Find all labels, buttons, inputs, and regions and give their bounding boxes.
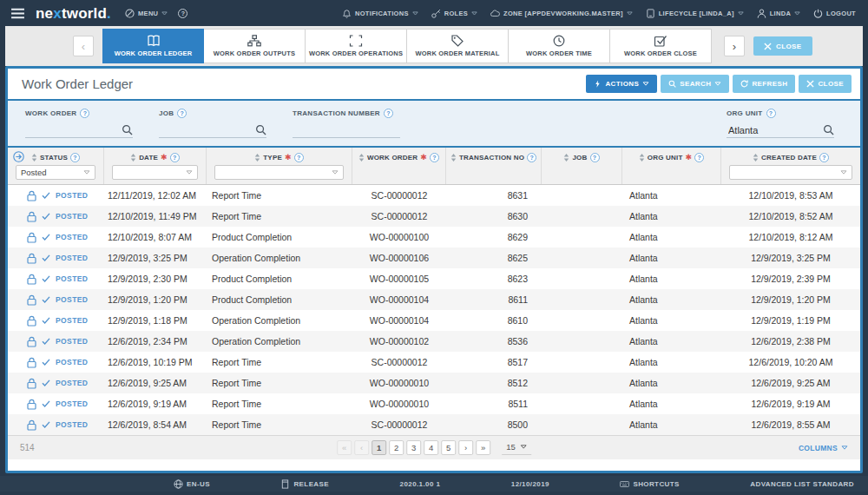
actions-button[interactable]: ACTIONS: [586, 75, 657, 93]
type-filter-dropdown[interactable]: [214, 165, 344, 180]
statusbar-item-release[interactable]: RELEASE: [280, 479, 329, 489]
sort-icon[interactable]: [31, 154, 37, 162]
help-icon[interactable]: ?: [294, 153, 304, 162]
search-icon[interactable]: [122, 124, 133, 135]
table-row[interactable]: POSTED12/6/2019, 8:54 AMReport TimeSC-00…: [8, 414, 860, 435]
column-label[interactable]: TRANSACTION NO: [459, 154, 524, 162]
table-row[interactable]: POSTED12/9/2019, 1:18 PMOperation Comple…: [8, 310, 860, 331]
page-button-5[interactable]: 5: [441, 440, 456, 455]
status-cell: POSTED: [8, 211, 104, 222]
column-label[interactable]: TYPE: [263, 154, 282, 162]
status-filter-dropdown[interactable]: Posted: [16, 165, 95, 180]
help-icon[interactable]: ?: [766, 109, 776, 118]
org-unit-input[interactable]: [727, 125, 823, 137]
expand-all-icon[interactable]: [13, 151, 24, 162]
first-page-button[interactable]: «: [337, 440, 352, 455]
page-button-2[interactable]: 2: [389, 440, 404, 455]
tab-work-order-close[interactable]: WORK ORDER CLOSE: [610, 29, 712, 63]
tab-work-order-material[interactable]: WORK ORDER MATERIAL: [407, 29, 509, 63]
previous-page-button[interactable]: ‹: [354, 440, 369, 455]
column-header-type: TYPE✱?: [207, 148, 352, 184]
refresh-button[interactable]: REFRESH: [733, 75, 795, 93]
help-icon[interactable]: ?: [590, 153, 600, 162]
table-row[interactable]: POSTED12/10/2019, 11:49 PMReport TimeSC-…: [8, 206, 860, 227]
sort-icon[interactable]: [563, 154, 569, 162]
help-icon[interactable]: ?: [80, 109, 89, 118]
table-row[interactable]: POSTED12/9/2019, 2:30 PMProduct Completi…: [8, 268, 860, 289]
table-row[interactable]: POSTED12/6/2019, 9:25 AMReport TimeWO-00…: [8, 373, 860, 393]
topbar-item-lifecycle-linda-a[interactable]: LIFECYCLE [LINDA_A]: [646, 9, 744, 18]
page-button-4[interactable]: 4: [424, 440, 438, 455]
help-icon[interactable]: ?: [70, 153, 80, 162]
statusbar-item-label: EN-US: [187, 480, 210, 488]
tab-work-order-outputs[interactable]: WORK ORDER OUTPUTS: [204, 29, 306, 63]
column-label[interactable]: DATE: [139, 154, 158, 162]
help-icon[interactable]: ?: [170, 153, 180, 162]
help-icon[interactable]: ?: [178, 9, 187, 18]
table-row[interactable]: POSTED12/10/2019, 8:07 AMProduct Complet…: [8, 227, 860, 248]
help-icon[interactable]: ?: [819, 153, 829, 162]
table-row[interactable]: POSTED12/11/2019, 12:02 AMReport TimeSC-…: [8, 185, 860, 206]
page-button-1[interactable]: 1: [372, 440, 386, 455]
help-icon[interactable]: ?: [694, 153, 704, 162]
transaction-number-input[interactable]: [293, 125, 400, 137]
table-row[interactable]: POSTED12/9/2019, 1:20 PMProduct Completi…: [8, 289, 860, 310]
column-label[interactable]: STATUS: [40, 154, 68, 162]
column-label[interactable]: ORG UNIT: [648, 154, 683, 162]
page-size-selector[interactable]: 15: [502, 441, 531, 455]
tabs-scroll-right-button[interactable]: ›: [724, 36, 745, 56]
sort-icon[interactable]: [753, 154, 759, 162]
topbar-item-zone-appdevworking-master[interactable]: ZONE [APPDEVWORKING.MASTER]: [490, 9, 633, 18]
sort-icon[interactable]: [358, 154, 365, 162]
org-unit-cell: Atlanta: [622, 336, 721, 346]
column-label[interactable]: CREATED DATE: [761, 154, 817, 162]
topbar-item-linda[interactable]: LINDA: [757, 9, 800, 18]
help-icon[interactable]: ?: [177, 109, 187, 118]
tabs-scroll-left-button[interactable]: ‹: [73, 36, 94, 56]
columns-button[interactable]: COLUMNS: [799, 444, 848, 452]
help-icon[interactable]: ?: [527, 153, 536, 162]
tab-work-order-time[interactable]: WORK ORDER TIME: [509, 29, 610, 63]
transaction-no-cell: 8517: [446, 357, 542, 367]
column-label[interactable]: WORK ORDER: [367, 154, 418, 162]
hamburger-menu-icon[interactable]: [10, 8, 25, 19]
column-label[interactable]: JOB: [572, 154, 587, 162]
table-row[interactable]: POSTED12/9/2019, 3:25 PMOperation Comple…: [8, 248, 860, 268]
created-date-filter-dropdown[interactable]: [729, 165, 852, 180]
page-button-3[interactable]: 3: [406, 440, 421, 455]
date-filter-dropdown[interactable]: [112, 165, 198, 180]
tag-icon: [450, 35, 464, 47]
help-icon[interactable]: ?: [384, 109, 393, 118]
tabstrip-close-button[interactable]: CLOSE: [753, 36, 812, 56]
search-icon[interactable]: [823, 124, 834, 135]
created-date-cell: 12/9/2019, 1:20 PM: [721, 294, 860, 305]
sort-icon[interactable]: [639, 154, 645, 162]
work-order-input[interactable]: [25, 125, 122, 137]
sort-icon[interactable]: [130, 154, 136, 162]
required-asterisk: ✱: [161, 154, 168, 162]
help-icon[interactable]: ?: [430, 153, 439, 162]
tab-work-order-ledger[interactable]: WORK ORDER LEDGER: [102, 29, 204, 63]
last-page-button[interactable]: »: [476, 440, 490, 455]
search-button[interactable]: SEARCH: [661, 75, 729, 93]
topbar-item-notifications[interactable]: NOTIFICATIONS: [342, 9, 418, 18]
created-date-cell: 12/6/2019, 9:19 AM: [721, 399, 860, 409]
table-row[interactable]: POSTED12/6/2019, 9:19 AMReport TimeWO-00…: [8, 393, 860, 414]
table-row[interactable]: POSTED12/6/2019, 2:34 PMOperation Comple…: [8, 331, 860, 352]
statusbar-item-en-us[interactable]: EN-US: [174, 479, 210, 489]
next-page-button[interactable]: ›: [458, 440, 473, 455]
search-icon: [668, 80, 676, 88]
table-row[interactable]: POSTED12/6/2019, 10:19 PMReport TimeSC-0…: [8, 352, 860, 373]
close-button[interactable]: CLOSE: [799, 75, 852, 93]
topbar-item-logout[interactable]: LOGOUT: [813, 9, 856, 18]
job-input[interactable]: [159, 125, 255, 137]
transaction-no-cell: 8512: [446, 378, 542, 388]
search-icon[interactable]: [255, 124, 266, 135]
topbar-item-roles[interactable]: ROLES: [431, 9, 477, 18]
sort-icon[interactable]: [450, 154, 457, 162]
brand-logo[interactable]: nextworld.: [36, 6, 111, 21]
sort-icon[interactable]: [254, 154, 260, 162]
tab-work-order-operations[interactable]: WORK ORDER OPERATIONS: [306, 29, 407, 63]
statusbar-item-shortcuts[interactable]: SHORTCUTS: [620, 479, 679, 489]
menu-button[interactable]: MENU: [125, 9, 168, 18]
